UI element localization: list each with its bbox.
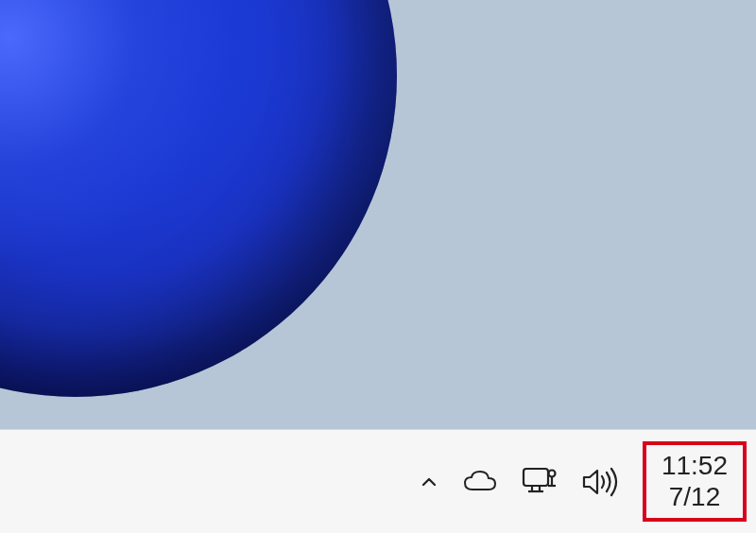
monitor-network-icon <box>520 465 559 499</box>
taskbar: 11:52 7/12 <box>0 429 756 533</box>
network-tray-button[interactable] <box>520 465 559 499</box>
desktop-wallpaper <box>0 0 756 429</box>
svg-point-4 <box>548 470 555 476</box>
cloud-icon <box>461 469 499 495</box>
clock-date: 7/12 <box>662 482 728 512</box>
svg-rect-0 <box>524 469 548 486</box>
volume-tray-button[interactable] <box>580 466 622 498</box>
speaker-icon <box>580 466 622 498</box>
chevron-up-icon <box>418 471 440 493</box>
clock-date-tray[interactable]: 11:52 7/12 <box>643 441 747 521</box>
clock-time: 11:52 <box>662 451 728 481</box>
tray-overflow-button[interactable] <box>418 471 440 493</box>
onedrive-tray-button[interactable] <box>461 469 499 495</box>
wallpaper-bloom-shape <box>0 0 397 397</box>
